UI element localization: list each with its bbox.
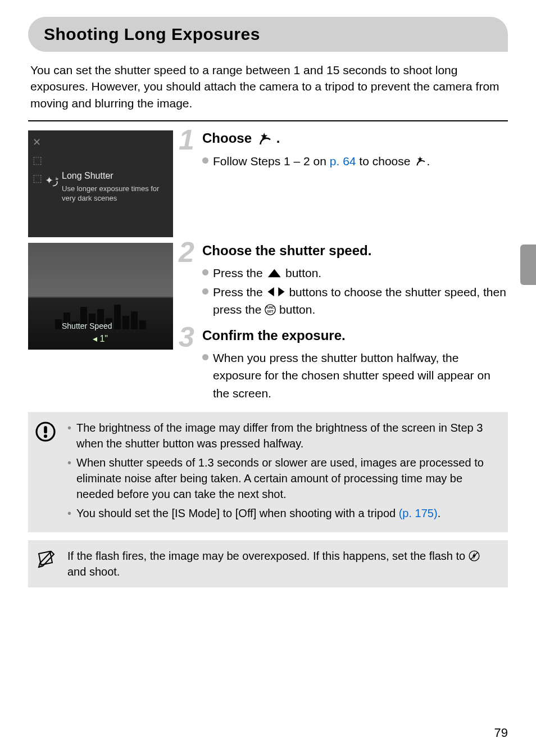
step-1-thumbnail: ✕⬚⬚ ✦ڑ Long Shutter Use longer exposure … <box>28 130 173 237</box>
page-number: 79 <box>494 726 508 740</box>
up-arrow-icon <box>266 268 283 279</box>
long-shutter-icon <box>256 131 272 146</box>
bullet-marker <box>202 354 208 360</box>
step-1-bullet-prefix: Follow Steps 1 – 2 on <box>213 155 330 168</box>
warning-item-1: The brightness of the image may differ f… <box>67 420 499 451</box>
note-text: If the flash fires, the image may be ove… <box>67 548 499 580</box>
lcd-shutter-speed-label: Shutter Speed <box>62 322 112 331</box>
section-title-bar: Shooting Long Exposures <box>28 17 508 52</box>
page-edge-tab <box>520 245 536 285</box>
page-ref-175[interactable]: (p. 175) <box>399 507 438 519</box>
svg-point-5 <box>44 434 47 438</box>
lcd-left-icons: ✕⬚⬚ <box>33 136 42 184</box>
note-callout: If the flash fires, the image may be ove… <box>28 540 508 587</box>
caution-icon <box>34 420 57 524</box>
lcd-mode-label: Long Shutter <box>62 171 173 181</box>
long-shutter-mode-icon: ✦ڑ <box>45 174 58 187</box>
step-2-b2-suffix: button. <box>279 303 315 316</box>
intro-paragraph: You can set the shutter speed to a range… <box>28 62 508 111</box>
page-ref-64[interactable]: p. 64 <box>330 155 356 168</box>
long-shutter-icon <box>414 155 426 166</box>
step-2-row: Shutter Speed ◂ 1" 2 Choose the shutter … <box>28 243 508 403</box>
step-1-bullet-suffix: . <box>427 155 430 168</box>
section-divider <box>28 120 508 121</box>
step-1-bullet-mid: to choose <box>356 155 414 168</box>
step-1-row: ✕⬚⬚ ✦ڑ Long Shutter Use longer exposure … <box>28 130 508 237</box>
svg-text:FUNC.: FUNC. <box>266 306 275 309</box>
note-icon <box>34 548 57 580</box>
step-2-thumbnail: Shutter Speed ◂ 1" <box>28 243 173 350</box>
step-2-b1-prefix: Press the <box>213 266 266 279</box>
svg-text:SET: SET <box>267 310 274 313</box>
step-1-heading-suffix: . <box>276 130 280 146</box>
section-title: Shooting Long Exposures <box>44 25 492 44</box>
step-2-heading: Choose the shutter speed. <box>181 243 508 259</box>
flash-off-icon <box>469 550 480 562</box>
svg-rect-4 <box>44 426 47 433</box>
warning-item-2: When shutter speeds of 1.3 seconds or sl… <box>67 455 499 502</box>
step-3-heading: Confirm the exposure. <box>181 328 508 343</box>
camera-lcd-mode-select: ✕⬚⬚ ✦ڑ Long Shutter Use longer exposure … <box>28 130 173 237</box>
camera-lcd-shutter-speed: Shutter Speed ◂ 1" <box>28 243 173 350</box>
step-3-bullet: When you press the shutter button halfwa… <box>213 349 508 402</box>
step-2-b2-prefix: Press the <box>213 286 266 298</box>
bullet-marker <box>202 288 208 295</box>
func-set-button-icon: FUNC. SET <box>265 304 276 315</box>
step-1-heading-prefix: Choose <box>202 130 256 146</box>
warning-item-3: You should set the [IS Mode] to [Off] wh… <box>67 505 499 521</box>
warning-callout: The brightness of the image may differ f… <box>28 412 508 532</box>
left-right-arrow-icon <box>266 286 286 297</box>
bullet-marker <box>202 269 208 275</box>
bullet-marker <box>202 157 208 164</box>
lcd-mode-description: Use longer exposure times for very dark … <box>62 184 173 203</box>
step-2-b1-suffix: button. <box>285 266 321 279</box>
lcd-shutter-speed-value: ◂ 1" <box>93 333 108 344</box>
